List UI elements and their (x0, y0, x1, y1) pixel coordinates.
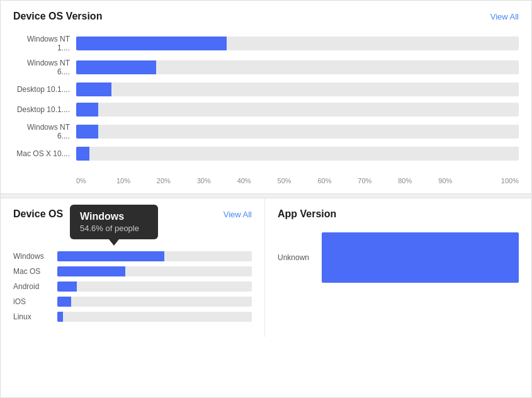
bar-fill (76, 82, 111, 96)
small-bar-row: Windows (13, 251, 252, 261)
top-section: Device OS Version View All Windows NT 1.… (1, 1, 531, 193)
app-version-title: App Version (278, 208, 336, 220)
small-bar-fill (57, 312, 63, 322)
x-axis-label: 70% (358, 177, 398, 185)
bar-fill (76, 37, 227, 50)
bottom-section: Device OS View All Windows 54.6% of peop… (1, 198, 531, 337)
small-bar-track (57, 297, 252, 307)
small-bar-label: Mac OS (13, 267, 57, 276)
device-os-title: Device OS (13, 208, 63, 220)
x-axis-label: 0% (76, 177, 116, 185)
app-version-label: Unknown (278, 253, 322, 262)
app-version-header: App Version (278, 208, 519, 220)
section-divider (1, 193, 531, 198)
bar-row: Windows NT 6.... (13, 123, 519, 140)
top-bar-chart: Windows NT 1....Windows NT 6....Desktop … (13, 35, 519, 173)
bar-track (76, 125, 519, 139)
x-axis-label: 20% (157, 177, 197, 185)
bar-track (76, 103, 519, 117)
tooltip-title: Windows (80, 211, 148, 222)
bar-row: Desktop 10.1.... (13, 103, 519, 117)
main-container: Device OS Version View All Windows NT 1.… (0, 0, 532, 398)
bar-row: Desktop 10.1.... (13, 82, 519, 96)
bar-track (76, 147, 519, 161)
x-axis-label: 10% (116, 177, 157, 185)
small-bar-fill (57, 266, 125, 276)
small-bar-row: iOS (13, 297, 252, 307)
x-axis: 0%10%20%30%40%50%60%70%80%90%100% (76, 173, 519, 193)
bar-label: Windows NT 6.... (13, 123, 76, 140)
bar-fill (76, 147, 89, 161)
bar-label: Windows NT 1.... (13, 35, 76, 52)
bar-track (76, 82, 519, 96)
app-version-fill (322, 232, 519, 283)
tooltip: Windows 54.6% of people (70, 205, 158, 239)
small-bar-label: Linux (13, 312, 57, 321)
x-axis-label: 30% (197, 177, 237, 185)
small-bar-row: Linux (13, 312, 252, 322)
bar-label: Mac OS X 10.... (13, 149, 76, 158)
page-title: Device OS Version (13, 11, 102, 22)
view-all-device-os-link[interactable]: View All (224, 210, 252, 219)
small-bar-fill (57, 251, 164, 261)
small-bar-label: iOS (13, 297, 57, 306)
x-axis-label: 50% (278, 177, 318, 185)
app-version-bar-row: Unknown (278, 232, 519, 283)
small-bar-label: Android (13, 282, 57, 291)
view-all-top-link[interactable]: View All (490, 12, 519, 21)
small-bar-fill (57, 297, 71, 307)
small-bar-row: Android (13, 281, 252, 292)
small-bar-track (57, 312, 252, 322)
bar-fill (76, 103, 98, 117)
bar-row: Mac OS X 10.... (13, 147, 519, 161)
app-version-chart: Unknown (278, 232, 519, 283)
device-os-chart: WindowsMac OSAndroidiOSLinux (13, 251, 252, 322)
bar-label: Windows NT 6.... (13, 59, 76, 76)
bar-label: Desktop 10.1.... (13, 85, 76, 94)
small-bar-track (57, 251, 252, 261)
bar-label: Desktop 10.1.... (13, 105, 76, 114)
bar-row: Windows NT 1.... (13, 35, 519, 52)
bar-fill (76, 125, 98, 139)
small-bar-fill (57, 281, 77, 292)
small-bar-track (57, 266, 252, 276)
small-bar-row: Mac OS (13, 266, 252, 276)
x-axis-label: 100% (478, 177, 519, 185)
small-bar-label: Windows (13, 252, 57, 261)
bar-row: Windows NT 6.... (13, 59, 519, 76)
x-axis-label: 40% (237, 177, 278, 185)
bar-fill (76, 60, 156, 74)
top-section-header: Device OS Version View All (13, 11, 519, 22)
tooltip-subtitle: 54.6% of people (80, 224, 148, 233)
app-version-panel: App Version Unknown (265, 198, 531, 337)
small-bar-track (57, 281, 252, 292)
bar-track (76, 60, 519, 74)
device-os-panel: Device OS View All Windows 54.6% of peop… (1, 198, 265, 337)
bar-track (76, 37, 519, 50)
x-axis-label: 60% (317, 177, 358, 185)
x-axis-label: 90% (438, 177, 478, 185)
x-axis-label: 80% (398, 177, 438, 185)
